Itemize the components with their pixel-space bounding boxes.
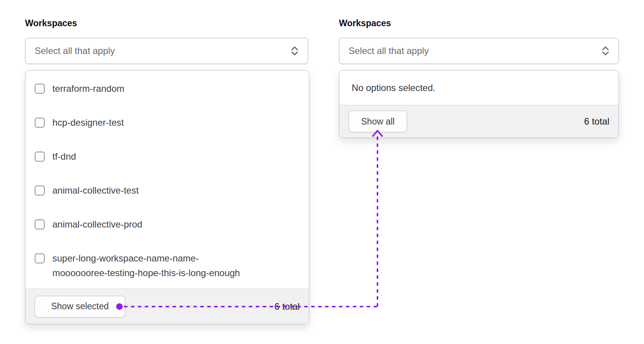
show-all-button[interactable]: Show all <box>349 111 407 132</box>
empty-selection-message: No options selected. <box>352 83 435 93</box>
option-label: super-long-workspace-name-name- moooooor… <box>52 251 240 280</box>
checkbox-unchecked[interactable] <box>35 185 45 196</box>
option-terraform-random[interactable]: terraform-random <box>35 81 300 96</box>
right-selection-body: No options selected. <box>339 71 619 105</box>
checkbox-unchecked[interactable] <box>35 84 45 94</box>
left-trigger-placeholder: Select all that apply <box>35 46 115 56</box>
checkbox-unchecked[interactable] <box>35 118 45 128</box>
left-multiselect: Workspaces Select all that apply terrafo… <box>25 18 308 324</box>
option-animal-collective-test[interactable]: animal-collective-test <box>35 183 300 198</box>
right-card-footer: Show all 6 total <box>339 105 619 138</box>
checkbox-unchecked[interactable] <box>35 152 45 162</box>
show-selected-button[interactable]: Show selected <box>35 296 125 317</box>
option-label: tf-dnd <box>52 149 76 164</box>
left-dropdown-panel: terraform-random hcp-designer-test tf-dn… <box>25 70 309 324</box>
option-label: animal-collective-prod <box>52 217 142 232</box>
checkbox-unchecked[interactable] <box>35 253 45 263</box>
left-total-count: 6 total <box>275 301 300 312</box>
checkbox-unchecked[interactable] <box>35 219 45 229</box>
option-tf-dnd[interactable]: tf-dnd <box>35 149 300 164</box>
left-dropdown-footer: Show selected 6 total <box>25 288 309 324</box>
right-total-count: 6 total <box>584 116 609 127</box>
right-select-trigger[interactable]: Select all that apply <box>339 38 619 64</box>
option-label: terraform-random <box>52 81 124 96</box>
option-animal-collective-prod[interactable]: animal-collective-prod <box>35 217 300 232</box>
option-label: animal-collective-test <box>52 183 139 198</box>
caret-sort-icon <box>601 45 610 57</box>
option-super-long-workspace[interactable]: super-long-workspace-name-name- moooooor… <box>35 251 300 280</box>
page: Workspaces Select all that apply terrafo… <box>0 0 644 344</box>
caret-sort-icon <box>290 45 299 57</box>
options-list: terraform-random hcp-designer-test tf-dn… <box>25 71 309 288</box>
left-select-trigger[interactable]: Select all that apply <box>25 38 308 64</box>
right-trigger-placeholder: Select all that apply <box>349 46 429 56</box>
left-field-label: Workspaces <box>25 18 308 29</box>
option-label: hcp-designer-test <box>52 115 124 130</box>
right-selection-card: No options selected. Show all 6 total <box>339 70 619 138</box>
option-hcp-designer-test[interactable]: hcp-designer-test <box>35 115 300 130</box>
right-field-label: Workspaces <box>339 18 619 29</box>
right-multiselect: Workspaces Select all that apply No opti… <box>339 18 619 138</box>
